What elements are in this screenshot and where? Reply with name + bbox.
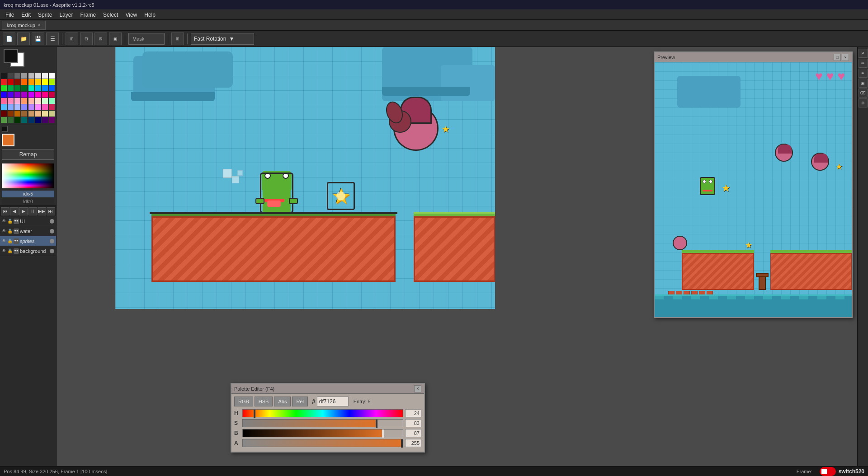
palette-cell[interactable] — [42, 85, 48, 91]
right-tool-5[interactable]: ⌫ — [859, 89, 868, 98]
remap-button[interactable]: Remap — [2, 149, 54, 160]
palette-cell[interactable] — [28, 85, 34, 91]
palette-cell[interactable] — [35, 85, 41, 91]
palette-cell[interactable] — [1, 85, 7, 91]
palette-cell[interactable] — [21, 98, 27, 104]
right-tool-6[interactable]: ⊕ — [859, 98, 868, 107]
layer-vis-icon[interactable]: 👁 — [2, 219, 6, 224]
toolbar-grid1[interactable]: ⊞ — [66, 33, 78, 45]
fg-color-swatch[interactable] — [4, 49, 18, 63]
palette-cell[interactable] — [49, 85, 55, 91]
right-tool-4[interactable]: ▣ — [859, 79, 868, 88]
active-color-swatch[interactable] — [2, 134, 14, 146]
palette-cell[interactable] — [1, 98, 7, 104]
a-slider-value[interactable]: 255 — [405, 439, 421, 447]
palette-cell[interactable] — [21, 104, 27, 110]
palette-cell[interactable] — [35, 92, 41, 98]
menu-help[interactable]: Help — [141, 11, 159, 19]
toolbar-grid2[interactable]: ⊟ — [80, 33, 93, 45]
palette-cell[interactable] — [1, 92, 7, 98]
rotation-dropdown[interactable]: Fast Rotation ▼ — [191, 33, 254, 45]
layer-lock-icon[interactable]: 🔒 — [7, 219, 13, 224]
palette-cell[interactable] — [28, 73, 34, 79]
palette-cell[interactable] — [35, 117, 41, 123]
palette-cell[interactable] — [8, 73, 14, 79]
pixel-canvas[interactable]: ★ ★ — [115, 47, 495, 309]
palette-cell[interactable] — [42, 79, 48, 85]
toolbar-snap[interactable]: ⊞ — [171, 33, 184, 45]
menu-layer[interactable]: Layer — [56, 11, 76, 19]
palette-cell[interactable] — [21, 85, 27, 91]
hue-gradient[interactable] — [2, 163, 54, 188]
palette-cell[interactable] — [28, 111, 34, 117]
palette-cell[interactable] — [8, 79, 14, 85]
palette-cell[interactable] — [49, 111, 55, 117]
palette-cell[interactable] — [8, 117, 14, 123]
toolbar-menu[interactable]: ☰ — [46, 33, 59, 45]
palette-cell[interactable] — [42, 98, 48, 104]
palette-cell[interactable] — [1, 117, 7, 123]
palette-cell[interactable] — [1, 79, 7, 85]
layer-row-background[interactable]: 👁 🔒 ●● background — [0, 246, 56, 256]
palette-cell[interactable] — [14, 104, 20, 110]
palette-cell[interactable] — [42, 111, 48, 117]
menu-edit[interactable]: Edit — [18, 11, 34, 19]
palette-cell[interactable] — [28, 104, 34, 110]
palette-cell[interactable] — [28, 98, 34, 104]
b-slider-track[interactable] — [242, 429, 403, 437]
toolbar-save[interactable]: 💾 — [32, 33, 44, 45]
palette-cell[interactable] — [14, 79, 20, 85]
h-slider-value[interactable]: 24 — [405, 409, 421, 417]
palette-cell[interactable] — [14, 117, 20, 123]
palette-cell[interactable] — [49, 117, 55, 123]
palette-cell[interactable] — [28, 117, 34, 123]
palette-cell[interactable] — [42, 104, 48, 110]
palette-cell[interactable] — [28, 92, 34, 98]
palette-hsb-btn[interactable]: HSB — [255, 397, 273, 406]
toolbar-open[interactable]: 📁 — [17, 33, 30, 45]
layer-row-water[interactable]: 👁 🔒 ●● water — [0, 226, 56, 236]
palette-cell[interactable] — [1, 104, 7, 110]
menu-view[interactable]: View — [122, 11, 141, 19]
palette-cell[interactable] — [49, 79, 55, 85]
layer-lock-icon[interactable]: 🔒 — [7, 238, 13, 243]
palette-cell[interactable] — [21, 79, 27, 85]
layer-lock-icon[interactable]: 🔒 — [7, 229, 13, 233]
palette-cell[interactable] — [8, 98, 14, 104]
palette-cell[interactable] — [49, 104, 55, 110]
layer-vis-icon[interactable]: 👁 — [2, 229, 6, 233]
palette-cell[interactable] — [14, 98, 20, 104]
right-tool-1[interactable]: P — [859, 49, 868, 58]
palette-abs-btn[interactable]: Abs — [274, 397, 291, 406]
palette-cell[interactable] — [8, 85, 14, 91]
palette-cell[interactable] — [14, 85, 20, 91]
layer-vis-icon[interactable]: 👁 — [2, 238, 6, 243]
palette-rgb-btn[interactable]: RGB — [234, 397, 253, 406]
palette-cell[interactable] — [21, 111, 27, 117]
preview-close[interactable]: × — [842, 54, 849, 61]
palette-cell[interactable] — [1, 73, 7, 79]
palette-cell[interactable] — [14, 111, 20, 117]
menu-file[interactable]: File — [2, 11, 18, 19]
tab-close[interactable]: × — [38, 23, 41, 28]
palette-cell[interactable] — [35, 98, 41, 104]
palette-rel-btn[interactable]: Rel — [292, 397, 308, 406]
palette-cell[interactable] — [21, 73, 27, 79]
h-slider-track[interactable] — [242, 409, 403, 417]
menu-frame[interactable]: Frame — [76, 11, 99, 19]
palette-hex-input[interactable] — [317, 397, 349, 406]
palette-cell[interactable] — [49, 73, 55, 79]
right-tool-3[interactable]: ✒ — [859, 69, 868, 78]
dark-swatch[interactable] — [2, 126, 8, 132]
palette-cell[interactable] — [42, 73, 48, 79]
palette-cell[interactable] — [49, 92, 55, 98]
preview-restore[interactable]: □ — [834, 54, 841, 61]
palette-cell[interactable] — [35, 111, 41, 117]
palette-cell[interactable] — [28, 79, 34, 85]
palette-cell[interactable] — [42, 117, 48, 123]
frame-next[interactable]: ▶▶ — [38, 207, 46, 215]
a-slider-track[interactable] — [242, 439, 403, 447]
palette-cell[interactable] — [35, 73, 41, 79]
layer-vis-icon[interactable]: 👁 — [2, 248, 6, 253]
canvas-tab[interactable]: kroq mockup × — [2, 21, 46, 30]
